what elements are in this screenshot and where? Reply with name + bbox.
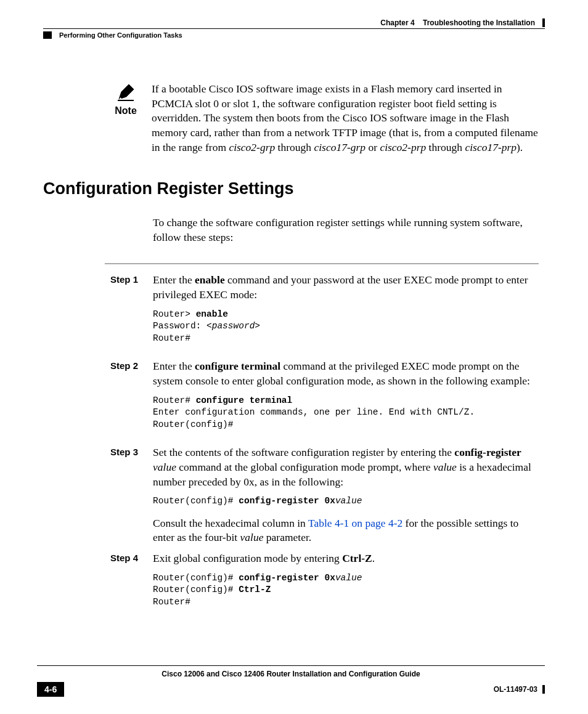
step-1: Step 1 Enter the enable command and your… [105,273,539,353]
s3-t1: Set the contents of the software configu… [153,446,454,458]
s3-code-l1b: config-register 0x [239,496,335,506]
step-1-body: Enter the enable command and your passwo… [153,273,539,353]
s1-code-l2c: > [255,321,260,331]
note-seg2: through [275,141,314,153]
intro-text: To change the software configuration reg… [153,216,539,245]
header-section-row: Performing Other Configuration Tasks [43,31,545,39]
s3-t3: command at the global configuration mode… [176,461,433,473]
steps-rule [105,263,539,264]
s3-code: Router(config)# config-register 0xvalue [153,495,539,508]
s1-code-l2a: Password: < [153,321,212,331]
table-ref-link[interactable]: Table 4-1 on page 4-2 [308,517,402,529]
s3-post-t3: parameter. [263,531,311,543]
header-right: Chapter 4 Troubleshooting the Installati… [380,18,545,27]
note-seg5: ). [517,141,523,153]
step-2-body: Enter the configure terminal command at … [153,359,539,439]
s3-b1: config-register [454,446,521,458]
s1-code-l1b: enable [196,309,228,319]
s1-t1: Enter the [153,274,195,286]
note-seg4: through [426,141,465,153]
step-4-body: Exit global configuration mode by enteri… [153,551,539,617]
page-footer: Cisco 12006 and Cisco 12406 Router Insta… [37,665,545,697]
pencil-icon [115,82,136,103]
s1-b1: enable [195,274,225,286]
page-header: Chapter 4 Troubleshooting the Installati… [43,18,545,27]
s1-code-l3: Router# [153,333,190,343]
s2-code: Router# configure terminal Enter configu… [153,395,539,431]
note-label: Note [115,105,137,116]
note-block: Note If a bootable Cisco IOS software im… [111,82,539,155]
step-3-body: Set the contents of the software configu… [153,445,539,545]
s1-code-l2b: password [212,321,255,331]
chapter-number: Chapter 4 [380,18,414,27]
s4-code-l2b: Ctrl-Z [239,585,271,594]
header-rule [43,28,545,29]
note-label-column: Note [111,82,141,116]
note-text: If a bootable Cisco IOS software image e… [152,82,539,155]
s1-code: Router> enable Password: <password> Rout… [153,309,539,345]
section-label: Performing Other Configuration Tasks [59,31,182,39]
footer-book-title: Cisco 12006 and Cisco 12406 Router Insta… [37,670,545,678]
s4-code-l1b: config-register 0x [239,573,335,583]
s4-code-l1c: value [335,573,362,583]
s4-code-l3: Router# [153,597,190,607]
footer-bottom-row: 4-6 OL-11497-03 [37,682,545,697]
s3-i2: value [433,461,457,473]
s4-t1: Exit global configuration mode by enteri… [153,552,342,564]
note-seg3: or [365,141,380,153]
s3-i1: value [153,461,176,473]
s4-code-l1a: Router(config)# [153,573,239,583]
s3-code-l1a: Router(config)# [153,496,239,506]
footer-rule [37,665,545,666]
note-it3: cisco2-prp [380,141,426,153]
step-4: Step 4 Exit global configuration mode by… [105,551,539,617]
s2-code-l1b: configure terminal [196,396,293,405]
s4-code: Router(config)# config-register 0xvalue … [153,572,539,609]
s2-code-l2: Enter configuration commands, one per li… [153,407,475,417]
note-it2: cisco17-grp [314,141,365,153]
s3-post-i1: value [240,531,264,543]
s2-b1: configure terminal [195,360,280,372]
content-area: Note If a bootable Cisco IOS software im… [43,82,545,617]
s4-t2: . [372,552,375,564]
s4-code-l2a: Router(config)# [153,585,239,594]
step-2: Step 2 Enter the configure terminal comm… [105,359,539,439]
s3-post-t1: Consult the hexadecimal column in [153,517,308,529]
s2-code-l1a: Router# [153,396,196,405]
s1-code-l1a: Router> [153,309,196,319]
doc-id: OL-11497-03 [494,685,537,694]
subheading: Configuration Register Settings [43,179,545,198]
page-number: 4-6 [37,682,64,697]
step-2-label: Step 2 [105,359,138,371]
step-1-label: Step 1 [105,273,138,285]
step-3-label: Step 3 [105,445,138,457]
chapter-title: Troubleshooting the Installation [423,18,535,27]
section-decoration-bar [43,31,52,39]
step-4-label: Step 4 [105,551,138,563]
s2-code-l3: Router(config)# [153,420,234,429]
footer-right: OL-11497-03 [494,685,545,694]
s4-b1: Ctrl-Z [342,552,372,564]
page: Chapter 4 Troubleshooting the Installati… [0,0,588,714]
footer-decoration-bar [542,685,545,694]
s3-code-l1c: value [335,496,362,506]
note-it1: cisco2-grp [229,141,275,153]
note-it4: cisco17-prp [465,141,517,153]
step-3: Step 3 Set the contents of the software … [105,445,539,545]
header-decoration-bar [542,18,545,27]
s2-t1: Enter the [153,360,195,372]
